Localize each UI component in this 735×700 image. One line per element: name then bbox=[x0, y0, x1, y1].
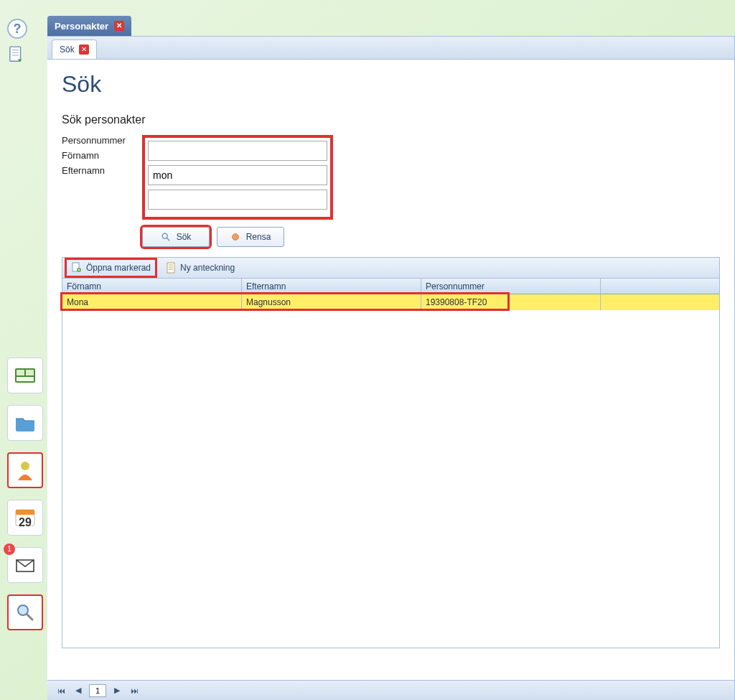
svg-point-16 bbox=[232, 234, 238, 241]
svg-rect-19 bbox=[167, 263, 174, 273]
calendar-day: 29 bbox=[19, 516, 32, 529]
close-icon[interactable]: ✕ bbox=[79, 45, 89, 55]
results-grid: Förnamn Efternamn Personnummer Mona Magn… bbox=[62, 279, 720, 648]
help-icon[interactable]: ? bbox=[7, 19, 27, 39]
pager-prev-icon[interactable]: ◀ bbox=[72, 684, 85, 697]
mail-badge: 1 bbox=[4, 543, 15, 555]
inputs-highlight bbox=[142, 135, 333, 220]
svg-point-8 bbox=[21, 462, 29, 470]
cell-fornamn: Mona bbox=[62, 294, 242, 310]
search-button[interactable] bbox=[7, 594, 43, 630]
page-title: Sök bbox=[62, 71, 720, 98]
col-header-fornamn[interactable]: Förnamn bbox=[62, 279, 242, 294]
pager-first-icon[interactable]: ⏮ bbox=[55, 684, 67, 697]
clear-button[interactable]: Rensa bbox=[217, 227, 284, 247]
grid-header-row: Förnamn Efternamn Personnummer bbox=[62, 279, 719, 294]
cell-personnummer: 19390808-TF20 bbox=[421, 294, 601, 310]
dashboard-button[interactable] bbox=[7, 358, 43, 393]
search-submit-button[interactable]: Sök bbox=[142, 227, 210, 247]
pager: ⏮ ◀ ▶ ⏭ bbox=[47, 680, 734, 700]
fornamn-input[interactable] bbox=[148, 165, 327, 185]
section-title: Sök personakter bbox=[62, 113, 720, 126]
svg-point-14 bbox=[162, 233, 167, 238]
person-button[interactable] bbox=[7, 452, 43, 488]
calendar-button[interactable]: 29 bbox=[7, 500, 43, 536]
svg-rect-0 bbox=[10, 47, 21, 61]
new-note-label: Ny anteckning bbox=[180, 263, 235, 273]
folder-button[interactable] bbox=[7, 405, 43, 441]
close-icon[interactable]: ✕ bbox=[114, 21, 124, 31]
svg-rect-10 bbox=[16, 510, 34, 515]
grid-empty-body bbox=[62, 310, 719, 648]
pager-last-icon[interactable]: ⏭ bbox=[128, 684, 141, 697]
window-tab-personakter[interactable]: Personakter ✕ bbox=[47, 16, 131, 36]
svg-line-13 bbox=[27, 614, 32, 620]
open-selected-button[interactable]: Öppna markerad bbox=[67, 260, 155, 276]
svg-rect-5 bbox=[17, 370, 24, 375]
svg-line-15 bbox=[167, 238, 169, 241]
results-toolbar: Öppna markerad Ny anteckning bbox=[62, 257, 720, 279]
pager-page-input[interactable] bbox=[89, 684, 106, 697]
pager-next-icon[interactable]: ▶ bbox=[111, 684, 123, 697]
clear-button-label: Rensa bbox=[246, 232, 271, 242]
mail-button[interactable]: 1 bbox=[7, 547, 43, 583]
new-note-button[interactable]: Ny anteckning bbox=[161, 260, 239, 276]
fornamn-label: Förnamn bbox=[62, 150, 142, 161]
open-selected-label: Öppna markerad bbox=[86, 263, 151, 273]
col-header-extra bbox=[601, 279, 719, 294]
efternamn-input[interactable] bbox=[148, 190, 327, 210]
cell-efternamn: Magnusson bbox=[242, 294, 421, 310]
efternamn-label: Efternamn bbox=[62, 165, 142, 176]
col-header-personnummer[interactable]: Personnummer bbox=[421, 279, 601, 294]
inner-tabbar: Sök ✕ bbox=[47, 37, 734, 60]
tab-sok[interactable]: Sök ✕ bbox=[52, 39, 97, 59]
table-row[interactable]: Mona Magnusson 19390808-TF20 bbox=[62, 294, 719, 310]
search-button-label: Sök bbox=[177, 232, 192, 242]
personnummer-input[interactable] bbox=[148, 141, 327, 161]
cell-extra bbox=[601, 294, 719, 310]
document-icon[interactable] bbox=[9, 46, 24, 65]
svg-rect-6 bbox=[26, 370, 34, 375]
col-header-efternamn[interactable]: Efternamn bbox=[242, 279, 421, 294]
window-tab-label: Personakter bbox=[55, 21, 108, 32]
svg-rect-7 bbox=[17, 377, 34, 381]
tab-sok-label: Sök bbox=[60, 45, 75, 55]
personnummer-label: Personnummer bbox=[62, 135, 142, 146]
